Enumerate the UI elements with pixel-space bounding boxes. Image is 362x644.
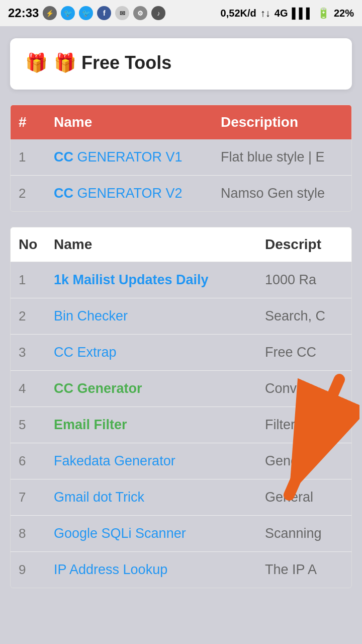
table2-row-5[interactable]: 5Email FilterFilter yo [11, 407, 351, 443]
table2-link-6[interactable]: Fakedata Generator [54, 453, 175, 468]
table2-row-7[interactable]: 7Gmail dot TrickGeneral [11, 479, 351, 516]
table2-row-8[interactable]: 8Google SQLi ScannerScanning [11, 516, 351, 552]
table2-link-5[interactable]: Email Filter [54, 417, 127, 432]
network-type: 4G [275, 8, 288, 19]
twitter-icon-1: 🐦 [61, 6, 75, 20]
main-content: 🎁 🎁 Free Tools # Name Description 1CC GE… [0, 26, 362, 600]
table2-num-6: 6 [11, 443, 46, 479]
table2-link-9[interactable]: IP Address Lookup [54, 562, 167, 577]
table2-desc-1: 1000 Ra [257, 262, 351, 298]
table2-link-7[interactable]: Gmail dot Trick [54, 490, 144, 505]
battery-icon: 🔋 [317, 7, 330, 19]
table2-name-7[interactable]: Gmail dot Trick [46, 479, 257, 516]
table2-name-8[interactable]: Google SQLi Scanner [46, 516, 257, 552]
signal-icon: ↑↓ [260, 8, 270, 19]
status-left: 22:33 ⚡ 🐦 🐦 f ✉ ⚙ ♪ [8, 6, 165, 20]
table2-num-1: 1 [11, 262, 46, 298]
table2-desc-3: Free CC [257, 335, 351, 371]
music-icon: ♪ [151, 6, 165, 20]
table2-name-3[interactable]: CC Extrap [46, 335, 257, 371]
page-title: 🎁 🎁 Free Tools [25, 52, 337, 73]
table1-num-2: 2 [11, 176, 46, 212]
table2-row-1[interactable]: 11k Mailist Updates Daily1000 Ra [11, 262, 351, 298]
cc-generators-table: # Name Description 1CC GENERATOR V1Flat … [10, 105, 352, 212]
table2-num-8: 8 [11, 516, 46, 552]
table1-row-1[interactable]: 1CC GENERATOR V1Flat blue style | E [11, 139, 351, 176]
table2-link-4[interactable]: CC Generator [54, 381, 142, 396]
table2-num-4: 4 [11, 371, 46, 407]
table1-row-2[interactable]: 2CC GENERATOR V2Namso Gen style [11, 176, 351, 212]
table1-num-1: 1 [11, 139, 46, 176]
table1-header-row: # Name Description [11, 105, 351, 139]
tools-table: No Name Descript 11k Mailist Updates Dai… [10, 227, 352, 588]
network-speed: 0,52K/d [221, 8, 256, 19]
table2-desc-8: Scanning [257, 516, 351, 552]
table2-desc-2: Search, C [257, 298, 351, 335]
table2-num-7: 7 [11, 479, 46, 516]
table2-link-3[interactable]: CC Extrap [54, 345, 117, 360]
table2-name-4[interactable]: CC Generator [46, 371, 257, 407]
table2-row-2[interactable]: 2Bin CheckerSearch, C [11, 298, 351, 335]
email-icon: ✉ [115, 6, 129, 20]
table2-row-3[interactable]: 3CC ExtrapFree CC [11, 335, 351, 371]
table1-link-2[interactable]: CC GENERATOR V2 [54, 186, 183, 201]
table2-desc-7: General [257, 479, 351, 516]
table2-num-2: 2 [11, 298, 46, 335]
table2-name-9[interactable]: IP Address Lookup [46, 552, 257, 588]
table1-link-1[interactable]: CC GENERATOR V1 [54, 149, 183, 165]
table2-desc-4: Convert [257, 371, 351, 407]
table2-link-2[interactable]: Bin Checker [54, 308, 128, 324]
usb-icon: ⚡ [43, 6, 57, 20]
table2-link-1[interactable]: 1k Mailist Updates Daily [54, 272, 209, 287]
status-bar: 22:33 ⚡ 🐦 🐦 f ✉ ⚙ ♪ 0,52K/d ↑↓ 4G ▌▌▌ 🔋 … [0, 0, 362, 26]
table2-col-no: No [11, 227, 46, 262]
table2-name-1[interactable]: 1k Mailist Updates Daily [46, 262, 257, 298]
tools-table-section: No Name Descript 11k Mailist Updates Dai… [10, 227, 352, 588]
status-time: 22:33 [8, 6, 39, 20]
table1-desc-2: Namso Gen style [213, 176, 351, 212]
table2-name-6[interactable]: Fakedata Generator [46, 443, 257, 479]
table2-col-desc: Descript [257, 227, 351, 262]
facebook-icon: f [97, 6, 111, 20]
table1-desc-1: Flat blue style | E [213, 139, 351, 176]
table2-num-3: 3 [11, 335, 46, 371]
table1-name-2[interactable]: CC GENERATOR V2 [46, 176, 213, 212]
gift-icon: 🎁 [25, 52, 48, 73]
settings-icon: ⚙ [133, 6, 147, 20]
table2-row-6[interactable]: 6Fakedata GeneratorGenerat [11, 443, 351, 479]
table2-desc-5: Filter yo [257, 407, 351, 443]
table2-link-8[interactable]: Google SQLi Scanner [54, 526, 186, 541]
table1-col-name: Name [46, 105, 213, 139]
battery-percent: 22% [334, 8, 354, 19]
table2-row-4[interactable]: 4CC GeneratorConvert [11, 371, 351, 407]
status-right: 0,52K/d ↑↓ 4G ▌▌▌ 🔋 22% [221, 7, 354, 19]
table2-row-9[interactable]: 9IP Address LookupThe IP A [11, 552, 351, 588]
table2-header-row: No Name Descript [11, 227, 351, 262]
table1-col-desc: Description [213, 105, 351, 139]
table2-desc-6: Generat [257, 443, 351, 479]
table2-name-5[interactable]: Email Filter [46, 407, 257, 443]
table2-name-2[interactable]: Bin Checker [46, 298, 257, 335]
table2-num-5: 5 [11, 407, 46, 443]
free-tools-card: 🎁 🎁 Free Tools [10, 38, 352, 90]
table2-col-name: Name [46, 227, 257, 262]
twitter-icon-2: 🐦 [79, 6, 93, 20]
table2-desc-9: The IP A [257, 552, 351, 588]
table2-num-9: 9 [11, 552, 46, 588]
table1-col-num: # [11, 105, 46, 139]
signal-bars: ▌▌▌ [292, 8, 313, 19]
table1-name-1[interactable]: CC GENERATOR V1 [46, 139, 213, 176]
